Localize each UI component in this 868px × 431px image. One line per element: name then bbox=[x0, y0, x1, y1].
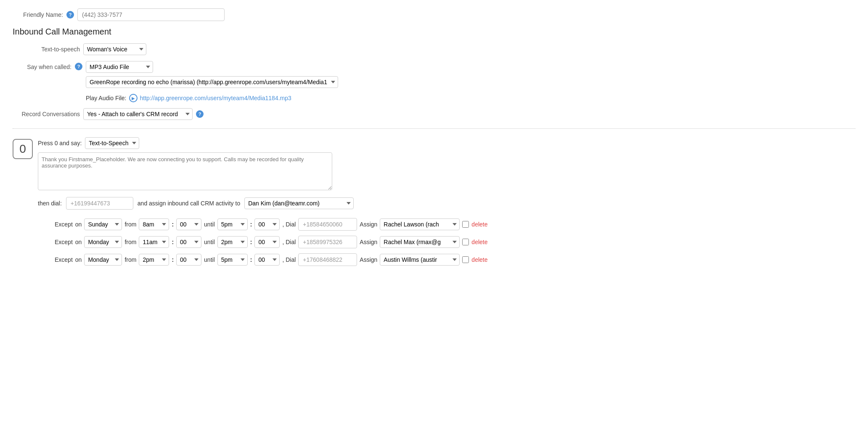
until-time-select-0[interactable]: 5pm6pm7pm bbox=[217, 218, 248, 230]
day-select-2[interactable]: SundayMondayTuesdayWednesdayThursdayFrid… bbox=[84, 254, 122, 266]
friendly-name-label: Friendly Name: bbox=[13, 11, 63, 18]
press-0-textarea[interactable] bbox=[38, 152, 332, 190]
colon-2-2: : bbox=[250, 256, 252, 263]
on-label-0: on bbox=[75, 221, 82, 228]
press-0-row: 0 Press 0 and say: Text-to-Speech MP3 Au… bbox=[13, 137, 855, 190]
assign-except-select-2[interactable]: Austin Willms (austir bbox=[380, 254, 460, 266]
record-conversations-label: Record Conversations bbox=[13, 111, 80, 117]
then-dial-row: then dial: and assign inbound call CRM a… bbox=[13, 197, 855, 210]
dial-label-1: , Dial bbox=[282, 239, 296, 245]
until-time-select-2[interactable]: 5pm6pm bbox=[217, 254, 248, 266]
assign-label: and assign inbound call CRM activity to bbox=[138, 200, 240, 207]
except-label-2: Except bbox=[55, 256, 73, 263]
delete-checkbox-1[interactable] bbox=[462, 239, 469, 245]
friendly-name-help-icon[interactable]: ? bbox=[66, 11, 74, 19]
until-label-1: until bbox=[204, 239, 215, 245]
from-time-select-1[interactable]: 11am12pm bbox=[139, 236, 169, 248]
play-audio-label: Play Audio File: bbox=[86, 95, 127, 101]
except-label-0: Except bbox=[55, 221, 73, 228]
from-label-0: from bbox=[124, 221, 136, 228]
record-conversations-row: Record Conversations Yes - Attach to cal… bbox=[13, 108, 855, 120]
press-0-label: Press 0 and say: bbox=[38, 140, 82, 146]
dial-label-0: , Dial bbox=[282, 221, 296, 228]
until-label-0: until bbox=[204, 221, 215, 228]
colon-2-1: : bbox=[250, 239, 252, 245]
from-time-select-2[interactable]: 2pm3pm bbox=[139, 254, 169, 266]
colon-1-1: : bbox=[172, 239, 174, 245]
friendly-name-input[interactable] bbox=[77, 8, 225, 21]
key-box-0: 0 bbox=[13, 139, 33, 159]
until-min-select-1[interactable]: 00153045 bbox=[254, 236, 280, 248]
assign-select[interactable]: Dan Kim (dan@teamr.com) bbox=[244, 197, 354, 209]
delete-label-0[interactable]: delete bbox=[471, 221, 487, 228]
record-conversations-help-icon[interactable]: ? bbox=[196, 110, 204, 118]
delete-label-1[interactable]: delete bbox=[471, 239, 487, 245]
tts-row: Text-to-speech Woman's Voice Man's Voice bbox=[13, 43, 855, 55]
on-label-2: on bbox=[75, 256, 82, 263]
colon-1-0: : bbox=[172, 221, 174, 228]
friendly-name-row: Friendly Name: ? bbox=[13, 8, 855, 21]
then-dial-input[interactable] bbox=[66, 197, 133, 210]
assign-except-select-0[interactable]: Rachel Lawson (rach bbox=[380, 218, 460, 230]
assign-except-label-2: Assign bbox=[360, 256, 377, 263]
from-min-select-1[interactable]: 00153045 bbox=[176, 236, 201, 248]
exceptions-container: Except on SundayMondayTuesdayWednesdayTh… bbox=[13, 218, 855, 266]
dial-label-2: , Dial bbox=[282, 256, 296, 263]
press-0-tts-select[interactable]: Text-to-Speech MP3 Audio File bbox=[85, 137, 139, 149]
press-0-section: 0 Press 0 and say: Text-to-Speech MP3 Au… bbox=[13, 137, 855, 210]
until-time-select-1[interactable]: 2pm3pm4pm bbox=[217, 236, 248, 248]
say-when-called-help-icon[interactable]: ? bbox=[75, 63, 82, 70]
from-min-select-0[interactable]: 00153045 bbox=[176, 218, 201, 230]
exception-row-0: Except on SundayMondayTuesdayWednesdayTh… bbox=[13, 218, 855, 231]
except-dial-input-0[interactable] bbox=[298, 218, 357, 231]
section-title: Inbound Call Management bbox=[13, 27, 855, 37]
press-label-row: Press 0 and say: Text-to-Speech MP3 Audi… bbox=[38, 137, 855, 149]
assign-except-select-1[interactable]: Rachel Max (rmax@g bbox=[380, 236, 460, 248]
until-min-select-0[interactable]: 00153045 bbox=[254, 218, 280, 230]
day-select-0[interactable]: SundayMondayTuesdayWednesdayThursdayFrid… bbox=[84, 218, 122, 230]
exception-row-2: Except on SundayMondayTuesdayWednesdayTh… bbox=[13, 253, 855, 266]
press-content: Press 0 and say: Text-to-Speech MP3 Audi… bbox=[38, 137, 855, 190]
colon-2-0: : bbox=[250, 221, 252, 228]
assign-except-label-0: Assign bbox=[360, 221, 377, 228]
from-time-select-0[interactable]: 8am9am10am11am bbox=[139, 218, 169, 230]
say-when-type-select[interactable]: MP3 Audio File Text-to-Speech bbox=[86, 61, 153, 73]
delete-label-2[interactable]: delete bbox=[471, 256, 487, 263]
assign-except-label-1: Assign bbox=[360, 239, 377, 245]
until-min-select-2[interactable]: 00153045 bbox=[254, 254, 280, 266]
except-dial-input-2[interactable] bbox=[298, 253, 357, 266]
day-select-1[interactable]: SundayMondayTuesdayWednesdayThursdayFrid… bbox=[84, 236, 122, 248]
from-min-select-2[interactable]: 00153045 bbox=[176, 254, 201, 266]
then-dial-label: then dial: bbox=[38, 200, 62, 207]
tts-label: Text-to-speech bbox=[13, 46, 80, 53]
except-dial-input-1[interactable] bbox=[298, 236, 357, 248]
exception-row-1: Except on SundayMondayTuesdayWednesdayTh… bbox=[13, 236, 855, 248]
say-when-called-label: Say when called: bbox=[13, 61, 71, 70]
tts-select[interactable]: Woman's Voice Man's Voice bbox=[83, 43, 146, 55]
on-label-1: on bbox=[75, 239, 82, 245]
section-divider bbox=[13, 128, 855, 129]
colon-1-2: : bbox=[172, 256, 174, 263]
audio-file-select[interactable]: GreenRope recording no echo (marissa) (h… bbox=[86, 76, 338, 88]
inbound-call-management-section: Inbound Call Management Text-to-speech W… bbox=[13, 27, 855, 120]
except-label-1: Except bbox=[55, 239, 73, 245]
from-label-2: from bbox=[124, 256, 136, 263]
until-label-2: until bbox=[204, 256, 215, 263]
delete-checkbox-2[interactable] bbox=[462, 256, 469, 263]
delete-checkbox-0[interactable] bbox=[462, 221, 469, 228]
play-icon[interactable]: ▶ bbox=[129, 94, 138, 102]
say-when-called-row: Say when called: ? MP3 Audio File Text-t… bbox=[13, 61, 855, 102]
from-label-1: from bbox=[124, 239, 136, 245]
audio-file-link[interactable]: http://app.greenrope.com/users/myteam4/M… bbox=[140, 95, 291, 101]
record-conversations-select[interactable]: Yes - Attach to caller's CRM record No bbox=[83, 108, 193, 120]
